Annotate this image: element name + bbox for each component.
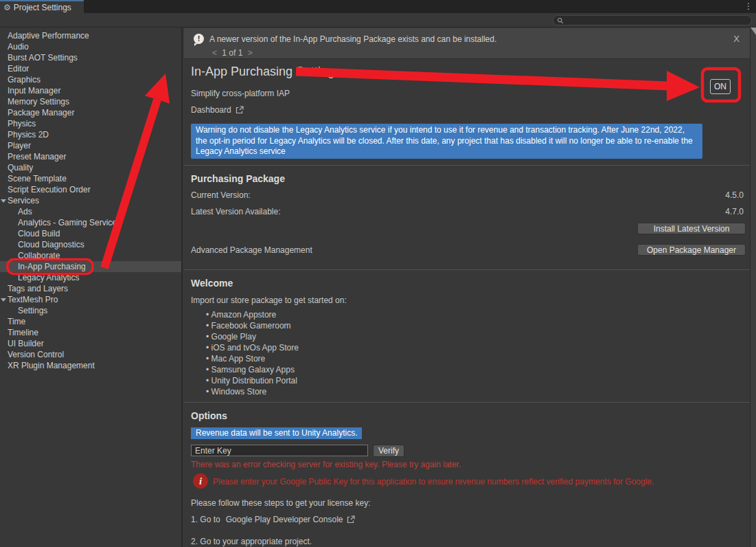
sidebar-item-cloud-build[interactable]: Cloud Build (0, 228, 181, 239)
window-title: Project Settings (14, 3, 71, 12)
settings-sidebar: Adaptive PerformanceAudioBurst AOT Setti… (0, 27, 183, 547)
sidebar-item-physics-2d[interactable]: Physics 2D (0, 129, 181, 140)
sidebar-item-editor[interactable]: Editor (0, 63, 181, 74)
sidebar-item-textmesh-pro[interactable]: TextMesh Pro (0, 294, 181, 305)
welcome-intro: Import our store package to get started … (191, 295, 347, 305)
sidebar-item-tags-and-layers[interactable]: Tags and Layers (0, 283, 181, 294)
store-list-item: iOS and tvOs App Store (206, 342, 299, 353)
error-info-icon: i (193, 473, 208, 489)
verify-button[interactable]: Verify (373, 445, 404, 457)
chevron-down-icon[interactable] (1, 298, 6, 302)
sidebar-item-physics[interactable]: Physics (0, 118, 181, 129)
sidebar-item-player[interactable]: Player (0, 140, 181, 151)
notification-pager: < 1 of 1 > (209, 48, 255, 58)
project-settings-window: ⚙ Project Settings ⋮ Adaptive Performanc… (0, 0, 756, 547)
subtitle: Simplify cross-platform IAP (191, 89, 290, 98)
current-version-label: Current Version: (191, 190, 251, 200)
sidebar-item-quality[interactable]: Quality (0, 162, 181, 173)
sidebar-item-services[interactable]: Services (0, 195, 181, 206)
key-check-error-text: There was an error checking server for e… (191, 460, 461, 469)
store-list-item: Samsung Galaxy Apps (206, 364, 299, 375)
pager-next-button[interactable]: > (245, 48, 255, 58)
purchasing-package-heading: Purchasing Package (191, 173, 285, 184)
sidebar-item-cloud-diagnostics[interactable]: Cloud Diagnostics (0, 239, 181, 250)
chevron-down-icon[interactable] (1, 199, 6, 203)
notification-icon: ! (194, 34, 204, 44)
latest-version-label: Latest Version Available: (191, 207, 281, 216)
step1-prefix: 1. Go to (191, 515, 220, 524)
section-divider (184, 165, 750, 166)
toolbar (0, 13, 756, 27)
store-list-item: Unity Distribution Portal (206, 375, 299, 386)
sidebar-item-time[interactable]: Time (0, 316, 181, 327)
pager-label: 1 of 1 (222, 48, 242, 58)
store-list-item: Facebook Gameroom (206, 320, 299, 331)
options-heading: Options (191, 410, 227, 421)
latest-version-value: 4.7.0 (725, 207, 744, 216)
sidebar-item-graphics[interactable]: Graphics (0, 74, 181, 85)
close-icon[interactable]: X (733, 34, 740, 44)
install-latest-version-button[interactable]: Install Latest Version (637, 223, 746, 234)
current-version-value: 4.5.0 (725, 190, 744, 200)
notification-text: A newer version of the In-App Purchasing… (209, 34, 496, 44)
store-list-item: Mac App Store (206, 353, 299, 364)
open-package-manager-button[interactable]: Open Package Manager (637, 244, 746, 256)
sidebar-item-in-app-purchasing[interactable]: In-App Purchasing (0, 261, 181, 272)
sidebar-item-adaptive-performance[interactable]: Adaptive Performance (0, 30, 181, 41)
legacy-analytics-warning-box: Warning do not disable the Legacy Analyt… (191, 124, 702, 159)
section-divider (184, 269, 750, 270)
sidebar-item-audio[interactable]: Audio (0, 41, 181, 52)
dashboard-link[interactable]: Dashboard (191, 105, 244, 115)
scrollbar-grip-icon (751, 27, 756, 36)
pager-prev-button[interactable]: < (209, 48, 220, 58)
sidebar-item-memory-settings[interactable]: Memory Settings (0, 96, 181, 107)
page-title: In-App Purchasing Settings (191, 65, 341, 79)
sidebar-item-settings[interactable]: Settings (0, 305, 181, 316)
store-list-item: Google Play (206, 331, 299, 342)
welcome-heading: Welcome (191, 278, 233, 289)
search-input[interactable] (566, 16, 748, 25)
steps-intro: Please follow these steps to get your li… (191, 498, 370, 508)
tab-project-settings[interactable]: ⚙ Project Settings (0, 0, 84, 13)
kebab-menu-icon[interactable]: ⋮ (744, 1, 753, 11)
store-list-item: Amazon Appstore (206, 309, 299, 320)
advanced-package-label: Advanced Package Management (191, 245, 312, 255)
settings-content: ! A newer version of the In-App Purchasi… (184, 27, 750, 547)
section-divider (184, 402, 750, 403)
gear-icon: ⚙ (3, 3, 11, 12)
license-key-input[interactable] (191, 445, 368, 456)
search-box[interactable] (553, 15, 752, 25)
external-link-icon (236, 106, 244, 114)
sidebar-item-legacy-analytics[interactable]: Legacy Analytics (0, 272, 181, 283)
sidebar-item-xr-plugin-management[interactable]: XR Plugin Management (0, 360, 181, 371)
iap-toggle-on-button[interactable]: ON (710, 79, 731, 94)
step1-row: 1. Go to Google Play Developer Console (191, 515, 355, 524)
google-key-warning-text: Please enter your Google Public Key for … (213, 477, 654, 487)
sidebar-item-analytics-gaming-services[interactable]: Analytics - Gaming Services (0, 217, 181, 228)
sidebar-item-ui-builder[interactable]: UI Builder (0, 338, 181, 349)
title-bar: ⚙ Project Settings ⋮ (0, 0, 756, 13)
vertical-scrollbar[interactable] (750, 27, 756, 547)
sidebar-item-preset-manager[interactable]: Preset Manager (0, 151, 181, 162)
analytics-note-badge: Revenue data will be sent to Unity Analy… (191, 427, 362, 439)
sidebar-item-scene-template[interactable]: Scene Template (0, 173, 181, 184)
sidebar-item-timeline[interactable]: Timeline (0, 327, 181, 338)
sidebar-item-input-manager[interactable]: Input Manager (0, 85, 181, 96)
store-list: Amazon AppstoreFacebook GameroomGoogle P… (206, 309, 299, 397)
dashboard-label: Dashboard (191, 105, 231, 115)
search-icon (557, 17, 564, 24)
sidebar-item-version-control[interactable]: Version Control (0, 349, 181, 360)
sidebar-item-script-execution-order[interactable]: Script Execution Order (0, 184, 181, 195)
sidebar-item-collaborate[interactable]: Collaborate (0, 250, 181, 261)
sidebar-item-ads[interactable]: Ads (0, 206, 181, 217)
sidebar-item-package-manager[interactable]: Package Manager (0, 107, 181, 118)
sidebar-item-burst-aot-settings[interactable]: Burst AOT Settings (0, 52, 181, 63)
store-list-item: Windows Store (206, 386, 299, 397)
external-link-icon (347, 515, 355, 524)
google-play-console-link[interactable]: Google Play Developer Console (226, 515, 343, 524)
notification-banner: ! A newer version of the In-App Purchasi… (184, 28, 750, 59)
step2-text: 2. Go to your appropriate project. (191, 537, 312, 546)
